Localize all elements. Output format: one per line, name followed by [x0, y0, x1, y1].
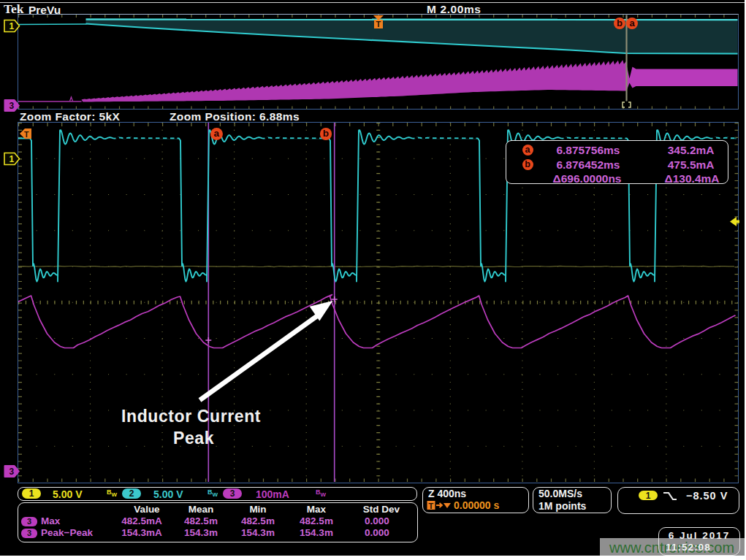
svg-text:1: 1: [9, 154, 15, 164]
svg-text:T: T: [24, 130, 29, 139]
svg-text:T: T: [429, 502, 434, 510]
svg-text:3: 3: [9, 101, 15, 111]
svg-text:1: 1: [9, 21, 15, 31]
svg-text:3: 3: [9, 467, 15, 477]
svg-text:T: T: [376, 20, 381, 28]
